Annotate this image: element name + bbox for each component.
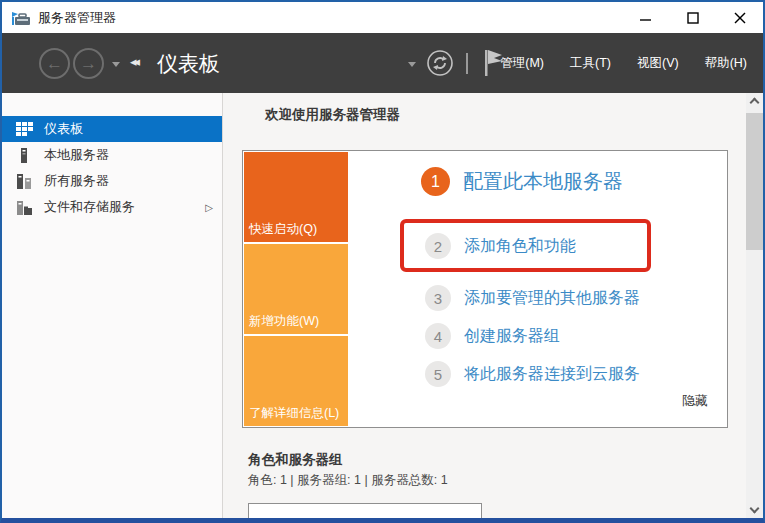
refresh-icon[interactable] bbox=[426, 49, 454, 77]
step-number-badge: 4 bbox=[425, 323, 451, 349]
maximize-button[interactable] bbox=[669, 2, 716, 33]
menu-bar: 管理(M) 工具(T) 视图(V) 帮助(H) bbox=[500, 33, 747, 93]
step-number-badge: 5 bbox=[425, 361, 451, 387]
sidebar-item-dashboard[interactable]: 仪表板 bbox=[2, 116, 222, 142]
minimize-icon bbox=[640, 12, 651, 23]
title-bar: 服务器管理器 bbox=[2, 2, 763, 33]
sidebar-item-label: 仪表板 bbox=[44, 120, 83, 138]
whats-new-tab[interactable]: 新增功能(W) bbox=[244, 244, 348, 334]
quickstart-tab[interactable]: 快速启动(Q) bbox=[244, 152, 348, 242]
navigation-bar: ← → ◂◂ 仪表板 管理(M) 工具(T) 视图(V) 帮助(H) bbox=[2, 33, 763, 93]
window-title: 服务器管理器 bbox=[38, 9, 116, 27]
scroll-down-icon[interactable] bbox=[750, 504, 760, 514]
sidebar-item-all-servers[interactable]: 所有服务器 bbox=[2, 168, 222, 194]
sidebar-item-file-storage[interactable]: 文件和存储服务 ▷ bbox=[2, 194, 222, 220]
sidebar-item-label: 文件和存储服务 bbox=[44, 198, 135, 216]
step-number-badge: 2 bbox=[425, 233, 451, 259]
welcome-tile: 快速启动(Q) 新增功能(W) 了解详细信息(L) 1 配置此本地服务器 2 添… bbox=[242, 150, 728, 428]
scrollbar-thumb[interactable] bbox=[746, 113, 763, 250]
server-manager-app-icon bbox=[11, 10, 31, 26]
learn-more-tab-label: 了解详细信息(L) bbox=[249, 405, 339, 422]
step-add-roles-features[interactable]: 2 添加角色和功能 bbox=[425, 233, 576, 259]
sidebar: 仪表板 本地服务器 所有服务器 文件和存储服务 bbox=[2, 93, 222, 518]
vertical-scrollbar[interactable] bbox=[746, 93, 763, 518]
step-number-badge: 3 bbox=[425, 285, 451, 311]
whats-new-tab-label: 新增功能(W) bbox=[249, 313, 319, 330]
menu-view[interactable]: 视图(V) bbox=[637, 55, 679, 72]
dashboard-grid-icon bbox=[16, 122, 33, 137]
menu-help[interactable]: 帮助(H) bbox=[705, 55, 747, 72]
roles-summary: 角色: 1 | 服务器组: 1 | 服务器总数: 1 bbox=[248, 472, 448, 489]
toolbar-separator bbox=[466, 53, 468, 74]
server-manager-window: 服务器管理器 ← → ◂◂ 仪表板 bbox=[0, 0, 765, 523]
step-configure-local-server[interactable]: 1 配置此本地服务器 bbox=[421, 167, 623, 196]
step-connect-cloud-services[interactable]: 5 将此服务器连接到云服务 bbox=[425, 361, 640, 387]
close-icon bbox=[734, 12, 746, 24]
sidebar-item-label: 所有服务器 bbox=[44, 172, 109, 190]
submenu-arrow-icon[interactable]: ▷ bbox=[205, 202, 213, 213]
local-server-icon bbox=[16, 148, 33, 163]
roles-tile-partial bbox=[248, 503, 482, 518]
collapse-breadcrumb-icon[interactable]: ◂◂ bbox=[130, 54, 137, 69]
close-button[interactable] bbox=[716, 2, 763, 33]
welcome-heading: 欢迎使用服务器管理器 bbox=[265, 106, 400, 124]
back-button[interactable]: ← bbox=[39, 48, 70, 79]
menu-tools[interactable]: 工具(T) bbox=[570, 55, 611, 72]
step-number-badge: 1 bbox=[421, 167, 450, 196]
roles-section-heading: 角色和服务器组 bbox=[248, 451, 343, 469]
file-storage-icon bbox=[16, 200, 33, 215]
history-dropdown-icon[interactable] bbox=[112, 62, 120, 67]
quickstart-tab-label: 快速启动(Q) bbox=[249, 221, 317, 238]
breadcrumb[interactable]: 仪表板 bbox=[157, 50, 220, 78]
minimize-button[interactable] bbox=[622, 2, 669, 33]
learn-more-tab[interactable]: 了解详细信息(L) bbox=[244, 336, 348, 426]
menu-manage[interactable]: 管理(M) bbox=[500, 55, 544, 72]
all-servers-icon bbox=[16, 174, 33, 189]
breadcrumb-dropdown-icon[interactable] bbox=[408, 62, 416, 67]
step-create-server-group[interactable]: 4 创建服务器组 bbox=[425, 323, 560, 349]
scroll-up-icon[interactable] bbox=[750, 98, 760, 108]
sidebar-item-label: 本地服务器 bbox=[44, 146, 109, 164]
step-add-other-servers[interactable]: 3 添加要管理的其他服务器 bbox=[425, 285, 640, 311]
main-content: 欢迎使用服务器管理器 快速启动(Q) 新增功能(W) 了解详细信息(L) 1 配… bbox=[223, 93, 746, 518]
forward-button[interactable]: → bbox=[73, 48, 104, 79]
quickstart-column: 快速启动(Q) 新增功能(W) 了解详细信息(L) bbox=[244, 152, 348, 426]
maximize-icon bbox=[687, 12, 699, 24]
hide-link[interactable]: 隐藏 bbox=[682, 392, 708, 410]
sidebar-item-local-server[interactable]: 本地服务器 bbox=[2, 142, 222, 168]
